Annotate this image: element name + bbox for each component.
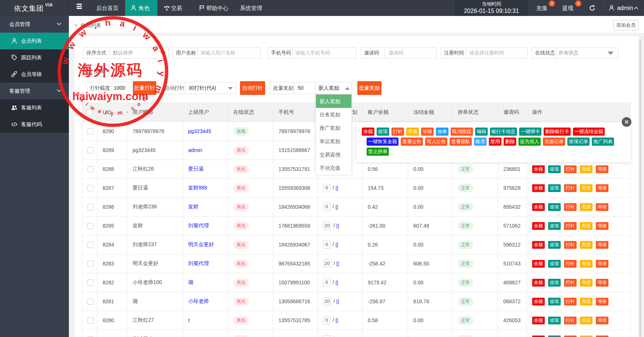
svg-text:w w w . h a i w a i y m . c o: w w w . h a i w a i y m . c o m [55, 15, 167, 95]
svg-text:海外源码: 海外源码 [77, 62, 143, 79]
svg-text:haiwaiym.com: haiwaiym.com [72, 90, 148, 102]
